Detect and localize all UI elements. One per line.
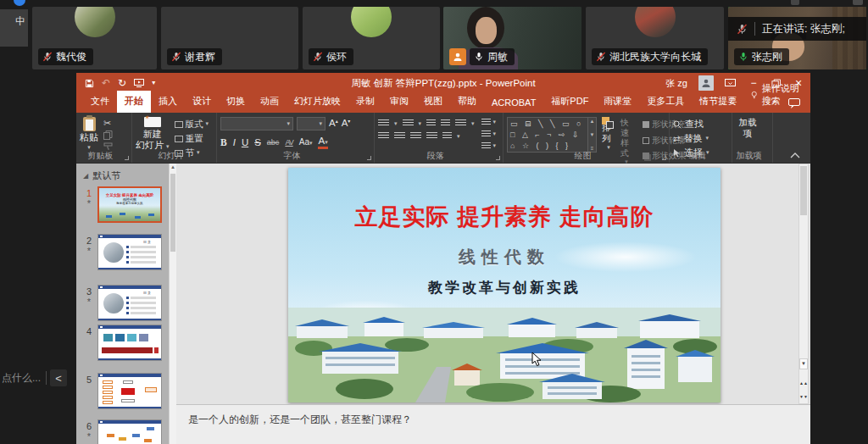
- video-tile-active-speaker[interactable]: 正在讲话: 张志刚; 张志刚: [728, 7, 866, 69]
- align-center-icon[interactable]: [394, 132, 405, 140]
- increase-indent-icon[interactable]: [441, 119, 450, 127]
- account-name[interactable]: 张 zg: [665, 77, 687, 90]
- account-avatar[interactable]: [698, 75, 714, 91]
- bold-button[interactable]: B: [220, 138, 227, 148]
- tab-design[interactable]: 设计: [185, 91, 219, 113]
- tab-insert[interactable]: 插入: [151, 91, 185, 113]
- slide-1-thumbnail[interactable]: 立足实际 提升素养 走向高阶 线性代数 教学改革与创新实践: [97, 186, 162, 223]
- align-right-icon[interactable]: [410, 132, 421, 140]
- comments-icon[interactable]: [788, 98, 800, 108]
- decrease-indent-icon[interactable]: [426, 119, 436, 127]
- video-tile[interactable]: 谢君辉: [161, 7, 298, 69]
- ribbon-display-options-icon[interactable]: [725, 79, 736, 88]
- strikethrough-button[interactable]: S: [254, 138, 261, 148]
- bullets-icon[interactable]: [378, 119, 389, 127]
- layout-button[interactable]: 版式▾: [175, 119, 209, 130]
- tab-view[interactable]: 视图: [416, 91, 450, 113]
- line-spacing-icon[interactable]: [455, 119, 466, 127]
- next-slide-button[interactable]: ▼▼: [799, 395, 808, 399]
- align-text-button[interactable]: ▾: [481, 130, 497, 138]
- copy-icon[interactable]: [103, 130, 113, 140]
- notes-pane[interactable]: 是一个人的创新，还是一个团队，甚至整门课程？: [176, 404, 810, 444]
- person-icon: [701, 78, 711, 88]
- collapse-ribbon-icon[interactable]: [790, 153, 800, 158]
- font-size-combo[interactable]: ▾: [297, 117, 326, 130]
- slideshow-icon[interactable]: [134, 79, 144, 87]
- quick-styles-button[interactable]: 快速样式 ▾: [620, 117, 632, 151]
- slide-canvas[interactable]: 立足实际 提升素养 走向高阶 线性代数 教学改革与创新实践: [288, 168, 721, 402]
- tab-help[interactable]: 帮助: [450, 91, 484, 113]
- tab-animations[interactable]: 动画: [253, 91, 287, 113]
- tab-home[interactable]: 开始: [117, 91, 151, 113]
- italic-button[interactable]: I: [233, 138, 236, 148]
- reset-button[interactable]: 重置: [175, 133, 209, 144]
- workspace: ◢ 默认节 1* 立足实际 提升素养 走向高阶 线性代数 教学改革与创新实践 2…: [76, 164, 810, 444]
- find-button[interactable]: 查找: [673, 117, 728, 131]
- paste-button[interactable]: 粘贴 ▾: [80, 117, 98, 151]
- tab-file[interactable]: 文件: [83, 91, 117, 113]
- video-tile[interactable]: 周敏: [443, 7, 581, 69]
- tab-record[interactable]: 录制: [348, 91, 382, 113]
- tab-foxit-pdf[interactable]: 福昕PDF: [543, 91, 596, 113]
- tell-me-search[interactable]: 操作说明搜索: [744, 78, 810, 113]
- paste-icon: [83, 117, 96, 131]
- qat-dropdown-icon[interactable]: ▾: [152, 80, 155, 86]
- shapes-gallery-scroll[interactable]: ▲▼≡: [588, 117, 597, 153]
- replace-button[interactable]: ⇄ 替换▾: [673, 131, 728, 146]
- dialog-launcher-icon[interactable]: [662, 156, 666, 160]
- tab-acrobat[interactable]: ACROBAT: [484, 93, 543, 113]
- shapes-gallery[interactable]: ▭ ⊟ ╲ ╲ ▭ ○ □ △ ⌐ ¬ ⇨ ⇩ ⌂ ☆ ( ) { }: [507, 117, 588, 153]
- change-case-button[interactable]: Aa▾: [299, 138, 313, 147]
- video-tile[interactable]: 湖北民族大学向长城: [586, 7, 724, 69]
- columns-icon[interactable]: [442, 132, 452, 140]
- underline-button[interactable]: U: [242, 138, 248, 148]
- slide-subtitle-2: 教学改革与创新实践: [288, 278, 721, 297]
- tab-storyboard[interactable]: 情节提要: [692, 91, 744, 113]
- shrink-font-button[interactable]: A▾: [342, 119, 351, 129]
- character-spacing-button[interactable]: AV: [285, 139, 292, 147]
- dialog-launcher-icon[interactable]: [367, 156, 371, 160]
- font-name-combo[interactable]: ▾: [220, 117, 293, 130]
- font-color-button[interactable]: A▾: [318, 136, 327, 149]
- editor-scrollbar[interactable]: ▼ ▲▲ ▼▼: [798, 164, 809, 404]
- text-direction-button[interactable]: ▾: [481, 119, 497, 126]
- tab-transitions[interactable]: 切换: [219, 91, 253, 113]
- slide-3-thumbnail[interactable]: 目 录: [97, 285, 162, 321]
- slide-5-thumbnail[interactable]: [97, 373, 162, 409]
- scroll-down-button[interactable]: ▼: [799, 358, 808, 369]
- section-header[interactable]: ◢ 默认节: [83, 169, 120, 182]
- align-left-icon[interactable]: [378, 132, 389, 140]
- tab-slideshow[interactable]: 幻灯片放映: [287, 91, 348, 113]
- numbering-icon[interactable]: [403, 119, 414, 127]
- tab-more-tools[interactable]: 更多工具: [639, 91, 692, 113]
- slide-4-thumbnail[interactable]: [97, 325, 162, 361]
- collapse-chat-button[interactable]: <: [50, 369, 67, 386]
- convert-smartart-button[interactable]: ▾: [481, 142, 497, 150]
- tab-review[interactable]: 审阅: [382, 91, 416, 113]
- scroll-up-icon[interactable]: ▲: [170, 164, 176, 169]
- cut-icon[interactable]: ✂: [103, 119, 113, 128]
- video-tile-partial[interactable]: 中: [0, 9, 28, 47]
- video-tile[interactable]: 侯环: [303, 7, 440, 69]
- save-icon[interactable]: [85, 79, 94, 88]
- panel-scrollbar[interactable]: ▲: [169, 164, 176, 444]
- video-tile[interactable]: 魏代俊: [32, 7, 157, 69]
- participant-name: 中: [15, 14, 25, 29]
- slide-6-thumbnail[interactable]: [97, 419, 162, 444]
- scrollbar-thumb[interactable]: [170, 174, 175, 252]
- arrange-button[interactable]: 排列 ▾: [602, 117, 615, 151]
- dialog-launcher-icon[interactable]: [125, 156, 129, 160]
- add-ins-button[interactable]: 加载项: [736, 117, 769, 138]
- grow-font-button[interactable]: A▴: [329, 119, 338, 129]
- scrollbar-thumb[interactable]: [800, 166, 807, 215]
- dialog-launcher-icon[interactable]: [496, 156, 500, 160]
- previous-slide-button[interactable]: ▲▲: [799, 381, 808, 386]
- tab-yuketang[interactable]: 雨课堂: [596, 91, 639, 113]
- undo-icon[interactable]: ↶: [102, 78, 110, 88]
- new-slide-button[interactable]: 新建 幻灯片 ▾: [136, 117, 170, 151]
- strikethrough-abc-icon[interactable]: abc: [267, 139, 280, 147]
- chat-input[interactable]: 点什么...: [2, 371, 44, 386]
- redo-icon[interactable]: ↻: [118, 78, 126, 88]
- justify-icon[interactable]: [426, 132, 437, 140]
- slide-2-thumbnail[interactable]: 目 录: [97, 234, 162, 270]
